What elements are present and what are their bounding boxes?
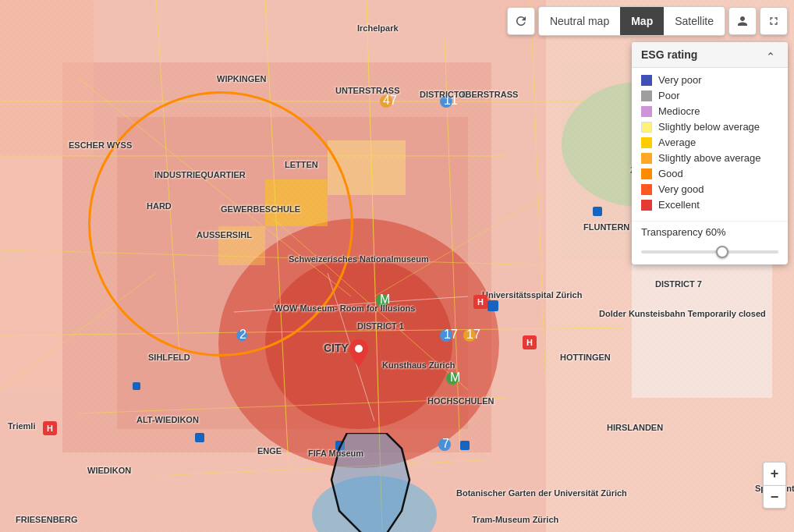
neutral-map-button[interactable]: Neutral map: [539, 7, 620, 35]
transparency-slider[interactable]: [641, 250, 778, 254]
legend-item-slightly-above: Slightly above average: [641, 152, 778, 164]
toolbar: Neutral map Map Satellite: [507, 6, 788, 36]
legend-label-average: Average: [658, 137, 696, 148]
hospital-icon-1: H: [473, 295, 487, 309]
legend-color-average: [641, 137, 652, 148]
lake-outline: [324, 433, 425, 532]
legend-label-very-good: Very good: [658, 183, 704, 195]
svg-text:11: 11: [444, 94, 458, 107]
legend-color-mediocre: [641, 106, 652, 117]
svg-point-58: [355, 345, 363, 353]
legend-color-good: [641, 168, 652, 179]
legend-item-very-good: Very good: [641, 183, 778, 195]
legend-title: ESG rating: [641, 48, 697, 61]
map-container: 47 11 17 17 2 7 M M: [0, 0, 794, 532]
legend-color-slightly-above: [641, 153, 652, 164]
legend-header: ESG rating: [632, 42, 788, 68]
hospital-icon-2: H: [523, 335, 537, 349]
svg-text:M: M: [380, 293, 390, 306]
triemli-label: Triemli: [8, 421, 35, 431]
legend-color-very-good: [641, 184, 652, 195]
legend-label-slightly-above: Slightly above average: [658, 152, 761, 164]
legend-item-mediocre: Mediocre: [641, 105, 778, 117]
legend-label-mediocre: Mediocre: [658, 105, 700, 117]
svg-rect-49: [487, 300, 498, 311]
svg-rect-54: [195, 433, 204, 442]
location-pin: [349, 339, 368, 371]
transparency-section: Transparency 60%: [632, 221, 788, 264]
svg-text:2: 2: [239, 328, 246, 341]
svg-text:7: 7: [442, 437, 449, 450]
legend-label-poor: Poor: [658, 90, 679, 101]
legend-item-very-poor: Very poor: [641, 74, 778, 86]
legend-label-excellent: Excellent: [658, 199, 700, 211]
legend-toggle-button[interactable]: [763, 48, 778, 61]
map-button[interactable]: Map: [620, 7, 664, 35]
zoom-out-button[interactable]: −: [763, 485, 786, 509]
svg-text:17: 17: [444, 328, 458, 341]
legend-item-poor: Poor: [641, 90, 778, 101]
svg-text:17: 17: [466, 328, 480, 341]
svg-rect-50: [593, 207, 602, 216]
map-type-selector: Neutral map Map Satellite: [538, 6, 725, 36]
hospital-icon-3: H: [43, 421, 57, 435]
satellite-button[interactable]: Satellite: [664, 7, 725, 35]
legend-label-good: Good: [658, 168, 683, 179]
reset-button[interactable]: [507, 7, 535, 35]
svg-rect-52: [460, 441, 470, 450]
legend-color-excellent: [641, 200, 652, 211]
legend-panel: ESG rating Very poor Poor Mediocre: [632, 42, 788, 264]
transparency-label: Transparency 60%: [641, 226, 778, 238]
svg-rect-55: [133, 382, 140, 390]
legend-label-very-poor: Very poor: [658, 74, 702, 86]
legend-item-excellent: Excellent: [641, 199, 778, 211]
legend-color-poor: [641, 90, 652, 101]
zoom-in-button[interactable]: +: [763, 462, 786, 485]
person-button[interactable]: [728, 7, 757, 35]
svg-text:M: M: [450, 371, 460, 384]
legend-color-very-poor: [641, 75, 652, 86]
legend-item-average: Average: [641, 137, 778, 148]
legend-item-good: Good: [641, 168, 778, 179]
legend-label-slightly-below: Slightly below average: [658, 121, 760, 133]
legend-items: Very poor Poor Mediocre Slightly below a…: [632, 68, 788, 221]
legend-color-slightly-below: [641, 122, 652, 133]
legend-item-slightly-below: Slightly below average: [641, 121, 778, 133]
svg-text:47: 47: [383, 94, 397, 107]
fullscreen-button[interactable]: [760, 7, 788, 35]
zoom-controls: + −: [763, 462, 786, 509]
